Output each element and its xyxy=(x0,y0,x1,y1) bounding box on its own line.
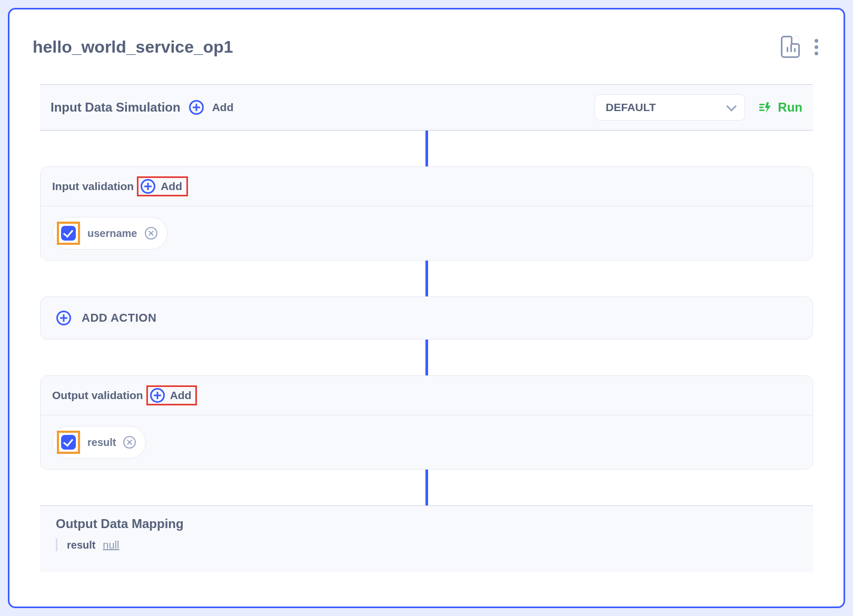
output-data-mapping: Output Data Mapping result null xyxy=(40,505,813,572)
output-validation-header: Output validation Add xyxy=(41,376,812,415)
plus-icon xyxy=(56,311,71,325)
output-validation-card: Output validation Add result xyxy=(40,375,813,470)
connector xyxy=(31,261,822,296)
input-validation-add-label[interactable]: Add xyxy=(161,180,182,193)
connector xyxy=(31,470,822,505)
input-validation-card: Input validation Add username xyxy=(40,166,813,261)
output-validation-body: result xyxy=(41,415,812,469)
output-validation-title: Output validation xyxy=(52,389,143,402)
validation-chip-result[interactable]: result xyxy=(52,426,146,459)
page-title: hello_world_service_op1 xyxy=(33,37,233,57)
plus-icon[interactable] xyxy=(189,100,204,115)
header: hello_world_service_op1 xyxy=(31,36,822,84)
chevron-down-icon xyxy=(727,101,737,112)
highlight-checkbox xyxy=(57,431,80,454)
output-validation-add-label[interactable]: Add xyxy=(170,389,192,402)
add-action-label: ADD ACTION xyxy=(82,311,156,325)
service-op-editor: hello_world_service_op1 Input Data Simul… xyxy=(8,8,845,608)
remove-chip-icon[interactable] xyxy=(123,436,136,449)
run-label: Run xyxy=(778,100,802,115)
chip-label: username xyxy=(87,227,137,240)
kebab-menu-icon[interactable] xyxy=(812,37,820,57)
input-validation-title: Input validation xyxy=(52,180,134,193)
checkbox-checked-icon[interactable] xyxy=(61,226,76,241)
input-data-simulation-bar: Input Data Simulation Add DEFAULT Run xyxy=(40,84,813,131)
chip-label: result xyxy=(87,436,116,449)
add-action-button[interactable]: ADD ACTION xyxy=(40,296,813,340)
run-bolt-icon xyxy=(759,101,772,114)
run-button[interactable]: Run xyxy=(759,100,802,115)
connector xyxy=(31,340,822,375)
remove-chip-icon[interactable] xyxy=(145,227,157,240)
connector xyxy=(31,131,822,166)
input-validation-header: Input validation Add xyxy=(41,167,812,206)
mapping-value[interactable]: null xyxy=(103,539,119,551)
mapping-entry: result null xyxy=(56,539,797,551)
svg-marker-3 xyxy=(765,102,771,113)
report-icon[interactable] xyxy=(781,36,800,58)
plus-icon[interactable] xyxy=(150,388,165,403)
simulation-select[interactable]: DEFAULT xyxy=(594,94,745,121)
input-validation-body: username xyxy=(41,206,812,260)
plus-icon[interactable] xyxy=(141,179,155,194)
header-actions xyxy=(781,36,820,58)
add-label[interactable]: Add xyxy=(212,101,234,114)
highlight-input-validation-add: Add xyxy=(137,176,188,196)
checkbox-checked-icon[interactable] xyxy=(61,435,76,450)
highlight-checkbox xyxy=(57,222,80,245)
validation-chip-username[interactable]: username xyxy=(52,217,167,250)
highlight-output-validation-add: Add xyxy=(146,385,197,405)
simulation-select-value: DEFAULT xyxy=(606,101,656,114)
section-title: Input Data Simulation xyxy=(51,100,181,115)
output-mapping-title: Output Data Mapping xyxy=(56,516,797,531)
mapping-key: result xyxy=(67,539,95,551)
